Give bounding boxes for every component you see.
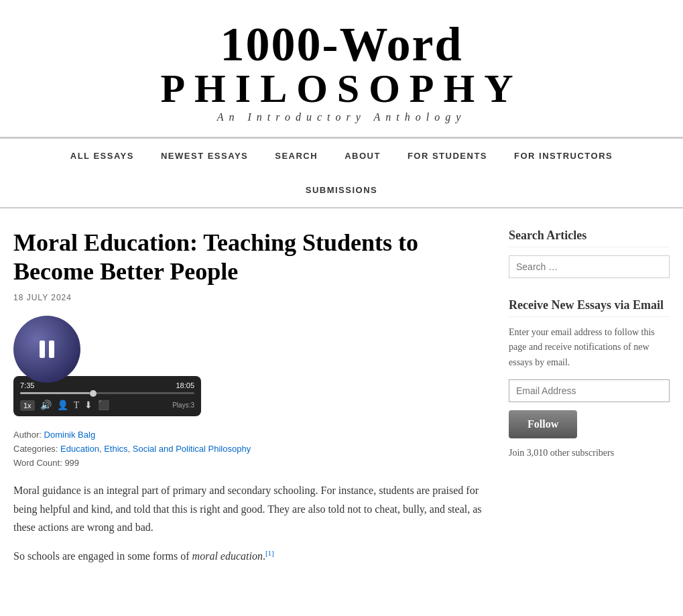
site-subtitle: An Introductory Anthology — [13, 111, 670, 123]
sidebar-search-section: Search Articles — [509, 229, 670, 278]
audio-share-icon[interactable]: ⬛ — [98, 399, 109, 411]
article-area: Moral Education: Teaching Students to Be… — [13, 229, 482, 576]
article-date: 18 JULY 2024 — [13, 293, 482, 302]
audio-person-icon[interactable]: 👤 — [57, 399, 68, 411]
sidebar: Search Articles Receive New Essays via E… — [509, 229, 670, 576]
category-ethics[interactable]: Ethics — [104, 444, 127, 454]
nav-submissions[interactable]: SUBMISSIONS — [292, 173, 391, 207]
audio-text-icon[interactable]: T — [74, 400, 80, 411]
nav-all-essays[interactable]: ALL ESSAYS — [57, 139, 147, 173]
pause-icon — [38, 340, 56, 359]
article-categories: Categories: Education, Ethics, Social an… — [13, 444, 482, 454]
audio-progress-handle[interactable] — [90, 390, 97, 397]
email-address-input[interactable] — [509, 379, 670, 402]
search-input[interactable] — [509, 255, 670, 278]
audio-download-icon[interactable]: ⬇ — [84, 399, 92, 411]
category-education[interactable]: Education — [60, 444, 99, 454]
audio-progress-bar[interactable] — [20, 392, 194, 394]
sidebar-search-title: Search Articles — [509, 229, 670, 247]
site-title: 1000-Word — [13, 20, 670, 68]
article-body: Moral guidance is an integral part of pr… — [13, 481, 482, 565]
main-container: Moral Education: Teaching Students to Be… — [0, 208, 683, 596]
subscriber-count: Join 3,010 other subscribers — [509, 448, 670, 458]
audio-speed-button[interactable]: 1x — [20, 400, 35, 411]
article-paragraph-2: So schools are engaged in some forms of … — [13, 547, 482, 566]
nav-row2: SUBMISSIONS — [0, 173, 683, 207]
follow-button[interactable]: Follow — [509, 410, 577, 438]
italic-phrase: moral education — [192, 550, 263, 562]
audio-plays: Plays:3 — [172, 402, 194, 409]
audio-current-time: 7:35 — [20, 381, 34, 389]
site-header: 1000-Word PHILOSOPHY An Introductory Ant… — [0, 0, 683, 138]
nav-row1: ALL ESSAYS NEWEST ESSAYS SEARCH ABOUT FO… — [0, 139, 683, 173]
article-author: Author: Dominik Balg — [13, 430, 482, 440]
audio-button-row: 1x 🔊 👤 T ⬇ ⬛ Plays:3 — [20, 399, 194, 411]
article-title: Moral Education: Teaching Students to Be… — [13, 229, 482, 286]
sidebar-email-description: Enter your email address to follow this … — [509, 325, 670, 370]
audio-pause-button[interactable] — [13, 316, 80, 383]
article-word-count: Word Count: 999 — [13, 458, 482, 468]
nav-search[interactable]: SEARCH — [261, 139, 331, 173]
audio-player: 7:35 18:05 1x 🔊 👤 T ⬇ ⬛ Plays:3 — [13, 316, 201, 416]
footnote-1[interactable]: [1] — [265, 549, 274, 557]
main-nav: ALL ESSAYS NEWEST ESSAYS SEARCH ABOUT FO… — [0, 139, 683, 208]
site-title-line2: PHILOSOPHY — [13, 68, 670, 109]
nav-for-students[interactable]: FOR STUDENTS — [394, 139, 501, 173]
sidebar-email-section: Receive New Essays via Email Enter your … — [509, 298, 670, 458]
audio-volume-icon[interactable]: 🔊 — [40, 399, 52, 411]
audio-total-time: 18:05 — [176, 381, 194, 389]
nav-newest-essays[interactable]: NEWEST ESSAYS — [147, 139, 261, 173]
author-link[interactable]: Dominik Balg — [44, 430, 96, 440]
sidebar-email-title: Receive New Essays via Email — [509, 298, 670, 317]
category-social-political[interactable]: Social and Political Philosophy — [133, 444, 251, 454]
audio-time-row: 7:35 18:05 — [20, 381, 194, 389]
nav-about[interactable]: ABOUT — [331, 139, 394, 173]
article-paragraph-1: Moral guidance is an integral part of pr… — [13, 481, 482, 536]
audio-progress-fill — [20, 392, 90, 394]
nav-for-instructors[interactable]: FOR INSTRUCTORS — [501, 139, 626, 173]
